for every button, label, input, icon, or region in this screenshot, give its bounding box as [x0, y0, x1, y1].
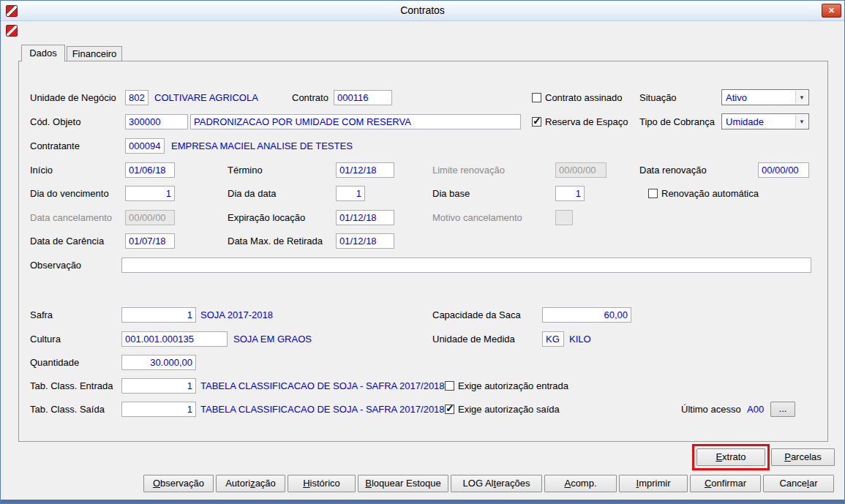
- dia-vencimento-field[interactable]: 1: [125, 186, 175, 201]
- log-alteracoes-button[interactable]: LOG Alterações: [451, 475, 542, 492]
- data-cancelamento-field: 00/00/00: [125, 210, 175, 225]
- tab-class-entrada-name-text: TABELA CLASSIFICACAO DE SOJA - SAFRA 201…: [200, 378, 445, 394]
- capacidade-saca-label: Capacidade da Saca: [432, 307, 521, 323]
- cultura-code-field[interactable]: 001.001.000135: [121, 331, 228, 347]
- reserva-espaco-checkbox[interactable]: ✓ Reserva de Espaço: [532, 114, 628, 129]
- exige-autorizacao-entrada-label: Exige autorização entrada: [458, 380, 568, 391]
- chevron-down-icon: ▼: [795, 91, 808, 104]
- safra-code-field[interactable]: 1: [121, 307, 196, 323]
- data-max-retirada-field[interactable]: 01/12/18: [336, 233, 394, 249]
- contratante-name-text: EMPRESA MACIEL ANALISE DE TESTES: [171, 138, 353, 154]
- reserva-espaco-label: Reserva de Espaço: [545, 116, 628, 127]
- motivo-cancelamento-label: Motivo cancelamento: [432, 210, 522, 225]
- tab-class-saida-name-text: TABELA CLASSIFICACAO DE SOJA - SAFRA 201…: [200, 402, 445, 417]
- titlebar: Contratos ✕: [1, 1, 844, 21]
- window-title: Contratos: [1, 4, 844, 16]
- ultimo-acesso-label: Último acesso: [681, 402, 741, 417]
- form-logo-icon: [6, 25, 18, 37]
- inicio-label: Início: [30, 162, 53, 178]
- checkbox-box: ✓: [445, 381, 454, 391]
- cod-objeto-code-field[interactable]: 300000: [125, 114, 188, 129]
- dia-data-label: Dia da data: [228, 186, 277, 201]
- parcelas-button[interactable]: Parcelas: [771, 448, 835, 466]
- ultimo-acesso-value: A00: [747, 402, 764, 417]
- expiracao-locacao-label: Expiração locação: [228, 210, 305, 225]
- situacao-combobox[interactable]: Ativo ▼: [721, 89, 809, 105]
- data-carencia-label: Data de Carência: [30, 233, 104, 249]
- data-cancelamento-label: Data cancelamento: [30, 210, 112, 225]
- unidade-medida-label: Unidade de Medida: [432, 331, 515, 347]
- situacao-value: Ativo: [726, 92, 747, 103]
- cod-objeto-label: Cód. Objeto: [30, 114, 80, 129]
- limite-renovacao-label: Limite renovação: [432, 162, 505, 178]
- data-max-retirada-label: Data Max. de Retirada: [228, 233, 323, 249]
- quantidade-field[interactable]: 30.000,00: [121, 355, 196, 370]
- contratos-window: Contratos ✕ Dados Financeiro Unidade de …: [0, 0, 845, 504]
- contratante-label: Contratante: [30, 138, 80, 154]
- tipo-cobranca-label: Tipo de Cobrança: [639, 114, 715, 129]
- tab-dados[interactable]: Dados: [21, 45, 65, 61]
- expiracao-locacao-field[interactable]: 01/12/18: [336, 210, 394, 225]
- checkbox-box: ✓: [445, 405, 454, 414]
- limite-renovacao-field: 00/00/00: [555, 162, 606, 178]
- observacao-button[interactable]: Observação: [143, 475, 214, 492]
- tab-class-entrada-field[interactable]: 1: [121, 378, 196, 394]
- checkmark-icon: ✓: [533, 115, 541, 127]
- cod-objeto-desc-field[interactable]: PADRONIZACAO POR UMIDADE COM RESERVA: [190, 114, 521, 129]
- autorizacao-button[interactable]: Autorização: [216, 475, 285, 492]
- contrato-label: Contrato: [292, 90, 328, 105]
- tipo-cobranca-combobox[interactable]: Umidade ▼: [721, 113, 809, 129]
- unidade-medida-code-field[interactable]: KG: [542, 331, 564, 347]
- close-button[interactable]: ✕: [822, 4, 841, 18]
- unidade-negocio-code-field[interactable]: 802: [125, 90, 149, 105]
- window-bottom-border: [1, 500, 844, 503]
- ultimo-acesso-browse-button[interactable]: ...: [770, 402, 795, 417]
- termino-field[interactable]: 01/12/18: [336, 162, 394, 178]
- close-icon: ✕: [828, 6, 835, 15]
- checkbox-box: ✓: [532, 117, 541, 127]
- dia-base-label: Dia base: [432, 186, 470, 201]
- quantidade-label: Quantidade: [30, 355, 79, 370]
- bloquear-estoque-button[interactable]: Bloquear Estoque: [358, 475, 448, 492]
- tipo-cobranca-value: Umidade: [726, 116, 764, 127]
- exige-autorizacao-entrada-checkbox[interactable]: ✓ Exige autorização entrada: [445, 378, 568, 394]
- tab-financeiro[interactable]: Financeiro: [67, 46, 122, 61]
- motivo-cancelamento-field: [555, 210, 573, 225]
- unidade-negocio-name-text: COLTIVARE AGRICOLA: [154, 90, 258, 105]
- contrato-assinado-checkbox[interactable]: ✓ Contrato assinado: [532, 90, 623, 105]
- inicio-field[interactable]: 01/06/18: [125, 162, 175, 178]
- chevron-down-icon: ▼: [795, 115, 808, 128]
- data-renovacao-field[interactable]: 00/00/00: [758, 162, 809, 178]
- historico-button[interactable]: Histórico: [288, 475, 356, 492]
- dia-vencimento-label: Dia do vencimento: [30, 186, 109, 201]
- exige-autorizacao-saida-label: Exige autorização saída: [458, 404, 560, 415]
- contratante-code-field[interactable]: 000094: [125, 138, 165, 154]
- unidade-negocio-label: Unidade de Negócio: [30, 90, 116, 105]
- acomp-button[interactable]: Acomp.: [544, 475, 617, 492]
- exige-autorizacao-saida-checkbox[interactable]: ✓ Exige autorização saída: [445, 402, 560, 417]
- tab-class-saida-label: Tab. Class. Saída: [30, 402, 105, 417]
- data-carencia-field[interactable]: 01/07/18: [125, 233, 175, 249]
- dia-base-field[interactable]: 1: [555, 186, 585, 201]
- dia-data-field[interactable]: 1: [336, 186, 365, 201]
- situacao-label: Situação: [639, 90, 677, 105]
- imprimir-button[interactable]: Imprimir: [619, 475, 688, 492]
- confirmar-button[interactable]: Confirmar: [690, 475, 761, 492]
- tab-class-entrada-label: Tab. Class. Entrada: [30, 378, 113, 394]
- cancelar-button[interactable]: Cancelar: [763, 475, 834, 492]
- renovacao-automatica-checkbox[interactable]: ✓ Renovação automática: [648, 186, 759, 201]
- tab-class-saida-field[interactable]: 1: [121, 402, 196, 417]
- capacidade-saca-field[interactable]: 60,00: [542, 307, 631, 323]
- cultura-label: Cultura: [30, 331, 61, 347]
- checkmark-icon: ✓: [446, 402, 454, 414]
- observacao-label: Observação: [30, 257, 81, 273]
- contrato-field[interactable]: 000116: [334, 90, 392, 105]
- checkbox-box: ✓: [648, 189, 658, 198]
- termino-label: Término: [228, 162, 263, 178]
- observacao-field[interactable]: [121, 257, 811, 273]
- extrato-button[interactable]: Extrato: [696, 448, 765, 466]
- data-renovacao-label: Data renovação: [639, 162, 707, 178]
- renovacao-automatica-label: Renovação automática: [661, 188, 759, 199]
- checkbox-box: ✓: [532, 93, 541, 102]
- safra-name-text: SOJA 2017-2018: [200, 307, 273, 323]
